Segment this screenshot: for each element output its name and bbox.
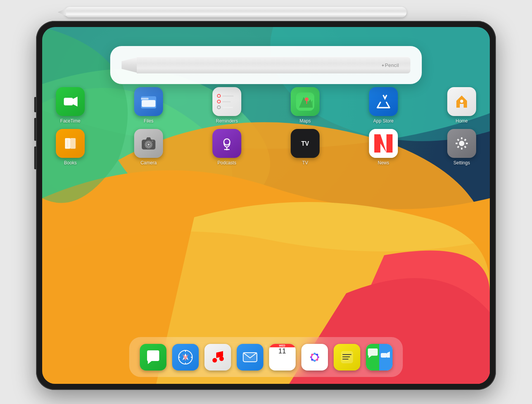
app-label-appstore: App Store — [373, 118, 393, 124]
dock: WED 11 — [129, 337, 403, 377]
dock-messages[interactable] — [140, 344, 166, 371]
svg-rect-68 — [366, 344, 379, 371]
svg-rect-66 — [342, 356, 350, 357]
svg-point-15 — [460, 100, 463, 103]
app-settings[interactable]: Settings — [447, 129, 476, 165]
ipad-screen: ✦Pencil FaceTime — [42, 27, 490, 384]
pencil-banner-body: ✦Pencil — [137, 57, 410, 73]
ipad-scene: ✦Pencil FaceTime — [0, 0, 532, 404]
app-row-2: Books Camera Podcasts — [42, 129, 490, 165]
svg-line-41 — [458, 146, 459, 148]
svg-rect-67 — [342, 359, 348, 359]
svg-point-13 — [305, 97, 309, 101]
svg-point-22 — [147, 143, 150, 146]
dock-photos[interactable] — [301, 344, 328, 371]
app-tv[interactable]: TV TV — [291, 129, 320, 165]
svg-text:TV: TV — [301, 140, 309, 147]
app-label-news: News — [378, 160, 389, 165]
svg-line-40 — [465, 139, 466, 141]
app-label-camera: Camera — [141, 160, 157, 165]
dock-notes[interactable] — [334, 344, 360, 371]
apple-pencil-physical — [65, 7, 407, 17]
app-facetime[interactable]: FaceTime — [56, 87, 85, 124]
volume-up-button[interactable] — [34, 97, 36, 112]
svg-marker-7 — [73, 97, 78, 107]
app-podcasts[interactable]: Podcasts — [212, 129, 241, 165]
svg-marker-3 — [122, 57, 137, 73]
dock-safari[interactable] — [172, 344, 199, 371]
svg-line-39 — [465, 146, 466, 148]
svg-rect-6 — [64, 98, 73, 105]
app-label-reminders: Reminders — [216, 118, 238, 124]
app-label-settings: Settings — [453, 160, 470, 165]
svg-rect-65 — [342, 354, 352, 355]
app-books[interactable]: Books — [56, 129, 85, 165]
svg-point-52 — [219, 356, 224, 361]
svg-rect-10 — [141, 98, 149, 100]
app-label-podcasts: Podcasts — [217, 160, 236, 165]
dock-screentime[interactable] — [366, 344, 393, 371]
dock-calendar[interactable]: WED 11 — [269, 344, 296, 371]
app-camera[interactable]: Camera — [134, 129, 163, 165]
svg-rect-71 — [381, 353, 387, 358]
app-label-home: Home — [456, 118, 468, 124]
svg-marker-31 — [386, 134, 393, 153]
svg-rect-17 — [70, 138, 76, 149]
app-reminders[interactable]: Reminders — [212, 87, 241, 124]
app-label-maps: Maps — [299, 118, 310, 124]
svg-point-51 — [212, 358, 217, 363]
app-appstore[interactable]: App Store — [369, 87, 398, 124]
svg-point-23 — [152, 140, 153, 142]
app-maps[interactable]: Maps — [291, 87, 320, 124]
volume-down-button[interactable] — [34, 118, 36, 141]
dock-mail[interactable] — [237, 344, 263, 371]
app-label-facetime: FaceTime — [60, 118, 81, 124]
calendar-day-name: WED — [269, 344, 296, 347]
app-label-tv: TV — [302, 160, 308, 165]
app-home[interactable]: Home — [447, 87, 476, 124]
calendar-day-number: 11 — [278, 348, 286, 355]
app-label-books: Books — [64, 160, 76, 165]
svg-marker-30 — [374, 134, 380, 153]
svg-point-24 — [224, 139, 230, 145]
svg-point-63 — [312, 355, 317, 360]
apple-pencil-banner: ✦Pencil — [110, 46, 422, 84]
app-label-files: Files — [144, 118, 153, 124]
power-button[interactable] — [34, 146, 36, 169]
svg-line-38 — [458, 139, 459, 141]
wallpaper: ✦Pencil FaceTime — [42, 27, 490, 384]
app-files[interactable]: Files — [134, 87, 163, 124]
app-row-1: FaceTime Files — [42, 87, 490, 124]
dock-music[interactable] — [204, 344, 231, 371]
app-news[interactable]: News — [369, 129, 398, 165]
svg-rect-11 — [142, 100, 155, 107]
ipad-frame: ✦Pencil FaceTime — [36, 21, 496, 390]
svg-point-33 — [459, 141, 464, 146]
